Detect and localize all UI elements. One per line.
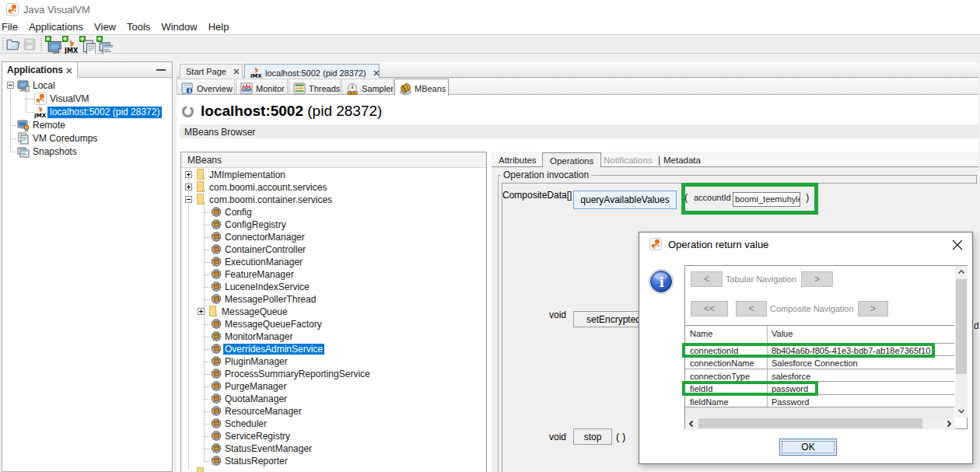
add-snapshot-button[interactable]	[97, 37, 111, 51]
view-tab-overview[interactable]: iOverview	[177, 79, 235, 95]
mbeans-tree-row[interactable]: MessageQueue	[181, 306, 486, 318]
applications-tree-row[interactable]: VM Coredumps	[2, 132, 172, 145]
collapse-icon[interactable]	[7, 82, 14, 89]
column-header-value[interactable]: Value	[772, 329, 793, 343]
save-snapshot-button[interactable]	[23, 37, 37, 51]
scroll-down-icon[interactable]	[955, 405, 968, 418]
view-tab-sampler[interactable]: Sampler	[341, 79, 394, 95]
mbeans-tree-row[interactable]: ResourceManager	[181, 405, 486, 418]
mbeans-tree-row[interactable]: ConnectorManager	[181, 231, 486, 243]
stop-button[interactable]: stop	[573, 428, 612, 445]
ok-button[interactable]: OK	[779, 439, 837, 456]
applications-tree-row[interactable]: JMX localhost:5002 (pid 28372)	[2, 106, 172, 119]
applications-tree-row[interactable]: Local	[2, 79, 172, 93]
menu-applications[interactable]: Applications	[23, 19, 89, 35]
mbeans-tree-row[interactable]: com.boomi.container.services	[181, 194, 486, 206]
mbeans-node-label[interactable]: MonitorManager	[223, 331, 294, 342]
mbeans-tree-row[interactable]: com.boomi.account.services	[181, 181, 486, 194]
mbeans-node-label[interactable]: StatusEventManager	[223, 443, 313, 454]
mbeans-tree-row[interactable]: LuceneIndexService	[181, 281, 486, 293]
applications-tab[interactable]: Applications	[2, 62, 78, 78]
view-tab-threads[interactable]: Threads	[289, 79, 341, 95]
mbeans-tree-row[interactable]: ContainerController	[181, 243, 486, 256]
mbeans-node-label[interactable]: ExecutionManager	[223, 257, 304, 267]
mbeans-node-label[interactable]: ProcessSummaryReportingService	[223, 369, 372, 379]
close-icon[interactable]	[233, 67, 240, 76]
mbeans-node-label[interactable]: ServiceRegistry	[223, 431, 292, 442]
scroll-up-icon[interactable]	[955, 266, 968, 278]
add-vm-coredump-button[interactable]	[80, 37, 94, 51]
menu-help[interactable]: Help	[203, 19, 235, 35]
vertical-scrollbar[interactable]	[955, 266, 968, 418]
load-snapshot-button[interactable]	[6, 37, 20, 51]
mbeans-node-label[interactable]: JMImplementation	[208, 170, 287, 180]
tree-node-label[interactable]: Remote	[30, 120, 68, 131]
mbeans-tree-row[interactable]: MonitorManager	[181, 330, 486, 343]
mbeans-tree-row[interactable]: QuotaManager	[181, 393, 486, 405]
expand-icon[interactable]	[185, 171, 192, 178]
horizontal-scrollbar[interactable]	[685, 418, 955, 429]
mbeans-tree-row[interactable]: JMImplementation	[181, 169, 486, 181]
document-tab[interactable]: JMX localhost:5002 (pid 28372)	[244, 64, 380, 78]
mbeans-node-label[interactable]: OverridesAdminService	[223, 344, 324, 355]
mbeans-tree-row[interactable]: Scheduler	[181, 418, 486, 430]
scrollbar-thumb[interactable]	[956, 279, 967, 374]
mbeans-node-label[interactable]: PluginManager	[223, 356, 289, 367]
set-encrypted-credential-button[interactable]: setEncryptedC	[573, 311, 640, 327]
detail-tab-attributes[interactable]: Attributes	[492, 152, 544, 167]
tabular-next-button[interactable]: >	[801, 271, 833, 287]
tree-node-label[interactable]: VisualVM	[47, 93, 91, 105]
mbeans-tree-row[interactable]: ExecutionManager	[181, 256, 486, 268]
mbeans-tree-row[interactable]: StatusEventManager	[181, 442, 486, 455]
mbeans-tree-row[interactable]: ProcessSummaryReportingService	[181, 368, 486, 380]
mbeans-tree-row[interactable]: OverridesAdminService	[181, 343, 486, 355]
mbeans-tree-row[interactable]: MessagePollerThread	[181, 293, 486, 306]
tree-node-label[interactable]: Local	[30, 80, 58, 92]
mbeans-tree-row[interactable]: MessageQueueFactory	[181, 318, 486, 330]
composite-first-button[interactable]: <<	[691, 301, 728, 316]
collapse-icon[interactable]	[185, 196, 192, 203]
mbeans-tree-row[interactable]: PluginManager	[181, 355, 486, 368]
scrollbar-thumb[interactable]	[698, 418, 922, 428]
mbeans-node-label[interactable]: MessageQueueFactory	[223, 319, 324, 330]
query-available-values-button[interactable]: queryAvailableValues	[573, 191, 677, 209]
mbeans-tree-row[interactable]: StatusReporter	[181, 455, 486, 467]
menu-view[interactable]: View	[89, 19, 121, 35]
mbeans-node-label[interactable]: FeatureManager	[223, 269, 296, 280]
close-icon[interactable]	[66, 65, 72, 76]
mbeans-node-label[interactable]: ResourceManager	[223, 406, 303, 417]
document-tab[interactable]: Start Page	[180, 64, 243, 78]
mbeans-tree-row[interactable]: FeatureManager	[181, 268, 486, 281]
mbeans-node-label[interactable]: PurgeManager	[223, 381, 288, 392]
mbeans-tree-row[interactable]: Config	[181, 206, 486, 219]
composite-next-button[interactable]: >	[858, 301, 888, 316]
mbeans-tree-row[interactable]: ConfigRegistry	[181, 219, 486, 231]
expand-icon[interactable]	[198, 308, 205, 315]
view-tab-monitor[interactable]: Monitor	[236, 79, 288, 95]
composite-prev-button[interactable]: <	[736, 301, 767, 316]
dialog-close-button[interactable]	[950, 238, 964, 252]
mbeans-node-label[interactable]: Config	[223, 207, 254, 218]
mbeans-node-label[interactable]: com.boomi.account.services	[208, 182, 328, 193]
mbeans-tree-row[interactable]: PurgeManager	[181, 380, 486, 393]
mbeans-node-label[interactable]: ContainerController	[223, 244, 307, 255]
tree-node-label[interactable]: Snapshots	[30, 146, 79, 158]
scroll-right-icon[interactable]	[943, 418, 955, 430]
mbeans-node-label[interactable]: com.boomi.container.services	[208, 194, 334, 205]
view-tab-mbeans[interactable]: MBeans	[394, 79, 449, 96]
applications-tree-row[interactable]: Snapshots	[2, 145, 172, 159]
detail-tab-metadata[interactable]: Metadata	[656, 152, 708, 167]
dialog-titlebar[interactable]: Operation return value	[639, 233, 972, 257]
tabular-prev-button[interactable]: <	[691, 271, 723, 287]
mbeans-tree-row[interactable]: ServiceRegistry	[181, 430, 486, 442]
menu-tools[interactable]: Tools	[121, 19, 156, 35]
detail-tab-operations[interactable]: Operations	[542, 152, 601, 167]
mbeans-node-label[interactable]: QuotaManager	[223, 393, 289, 404]
menu-window[interactable]: Window	[156, 19, 202, 35]
tree-node-label[interactable]: localhost:5002 (pid 28372)	[47, 107, 162, 118]
column-separator[interactable]	[767, 326, 768, 418]
menu-file[interactable]: File	[0, 19, 23, 35]
minimize-panel-button[interactable]	[156, 69, 166, 71]
scroll-left-icon[interactable]	[685, 418, 698, 430]
mbeans-tree-row[interactable]	[181, 467, 486, 472]
